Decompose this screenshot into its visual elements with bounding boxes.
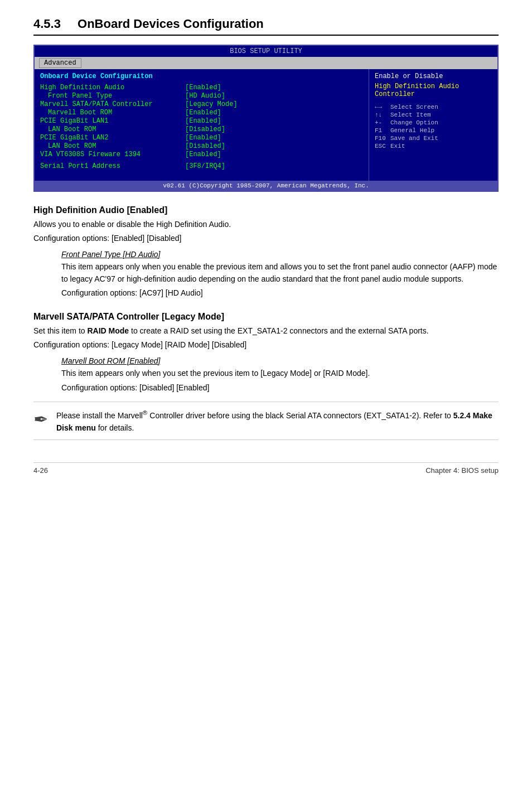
bios-legend-row: ←→Select Screen xyxy=(375,104,492,110)
bios-legend-val: Select Item xyxy=(390,112,431,118)
bios-left-panel: Onboard Device Configuraiton High Defini… xyxy=(35,69,369,181)
bios-item-name: PCIE GigaBit LAN2 xyxy=(40,134,185,142)
section-heading-text: OnBoard Devices Configuration xyxy=(78,17,264,31)
bios-item-value: [Disabled] xyxy=(185,142,225,150)
hda-text2: Configuration options: [Enabled] [Disabl… xyxy=(33,233,499,244)
bios-item-name: PCIE GigaBit LAN1 xyxy=(40,117,185,125)
marvell-sub-text1: This item appears only when you set the … xyxy=(61,368,499,380)
bios-tab-row: Advanced xyxy=(35,57,497,69)
bios-item-row: Serial Port1 Address[3F8/IRQ4] xyxy=(40,162,363,170)
bios-footer: v02.61 (C)Copyright 1985-2007, American … xyxy=(35,181,497,191)
bios-section-header: Onboard Device Configuraiton xyxy=(40,73,363,80)
bios-item-name: LAN Boot ROM xyxy=(40,142,185,150)
note-text-suffix: Controller driver before using the black… xyxy=(147,411,453,420)
marvell-text2: Configuration options: [Legacy Mode] [RA… xyxy=(33,339,499,351)
footer-chapter: Chapter 4: BIOS setup xyxy=(425,466,499,475)
bios-item-row: PCIE GigaBit LAN2[Enabled] xyxy=(40,134,363,142)
hda-sub-text2: Configuration options: [AC97] [HD Audio] xyxy=(61,287,499,299)
bios-item-value: [Enabled] xyxy=(185,134,221,142)
bios-item-row: LAN Boot ROM[Disabled] xyxy=(40,142,363,150)
marvell-sub-text2: Configuration options: [Disabled] [Enabl… xyxy=(61,382,499,394)
bios-items-list: High Definition Audio[Enabled]Front Pane… xyxy=(40,84,363,170)
bios-item-name: LAN Boot ROM xyxy=(40,125,185,133)
bios-legend-key: +- xyxy=(375,119,390,126)
bios-right-header: Enable or Disable xyxy=(375,73,492,80)
hda-text1: Allows you to enable or disable the High… xyxy=(33,219,499,230)
bios-item-name: High Definition Audio xyxy=(40,84,185,91)
bios-legend-row: ↑↓Select Item xyxy=(375,112,492,118)
bios-item-name: Front Panel Type xyxy=(40,92,185,100)
marvell-text1-bold: RAID Mode xyxy=(87,326,129,335)
marvell-heading: Marvell SATA/PATA Controller [Legacy Mod… xyxy=(33,312,499,322)
bios-item-value: [Enabled] xyxy=(185,151,221,158)
bios-legend-key: ←→ xyxy=(375,104,390,110)
marvell-sub-heading: Marvell Boot ROM [Enabled] xyxy=(61,356,499,365)
hda-sub-heading: Front Panel Type [HD Audio] xyxy=(61,250,499,259)
marvell-text1-prefix: Set this item to xyxy=(33,326,87,335)
bios-content: Onboard Device Configuraiton High Defini… xyxy=(35,69,497,181)
bios-item-row: Marvell Boot ROM[Enabled] xyxy=(40,109,363,117)
bios-legend: ←→Select Screen↑↓Select Item+-Change Opt… xyxy=(375,104,492,149)
section-number: 4.5.3 xyxy=(33,17,61,31)
note-text-prefix: Please install the Marvell xyxy=(56,411,143,420)
page-footer: 4-26 Chapter 4: BIOS setup xyxy=(33,462,499,475)
marvell-sub-section: Marvell Boot ROM [Enabled] This item app… xyxy=(61,356,499,394)
bios-item-value: [Disabled] xyxy=(185,125,225,133)
bios-item-row: Marvell SATA/PATA Controller[Legacy Mode… xyxy=(40,100,363,108)
bios-box: BIOS SETUP UTILITY Advanced Onboard Devi… xyxy=(33,45,499,192)
note-text-end: for details. xyxy=(96,423,134,432)
bios-legend-val: Exit xyxy=(390,143,405,149)
bios-item-row: High Definition Audio[Enabled] xyxy=(40,84,363,91)
bios-item-row: Front Panel Type[HD Audio] xyxy=(40,92,363,100)
hda-sub-text1: This item appears only when you enable t… xyxy=(61,261,499,285)
hda-section: High Definition Audio [Enabled] Allows y… xyxy=(33,205,499,299)
bios-item-value: [HD Audio] xyxy=(185,92,225,100)
marvell-text1: Set this item to RAID Mode to create a R… xyxy=(33,325,499,337)
bios-item-value: [Enabled] xyxy=(185,84,221,91)
note-text: Please install the Marvell® Controller d… xyxy=(56,408,499,434)
bios-legend-val: Select Screen xyxy=(390,104,438,110)
footer-page-number: 4-26 xyxy=(33,466,48,475)
bios-item-value: [Enabled] xyxy=(185,109,221,117)
note-box: ✒ Please install the Marvell® Controller… xyxy=(33,402,499,440)
bios-item-name: VIA VT6308S Fireware 1394 xyxy=(40,151,185,158)
bios-legend-row: +-Change Option xyxy=(375,119,492,126)
hda-sub-section: Front Panel Type [HD Audio] This item ap… xyxy=(61,250,499,299)
bios-item-row: PCIE GigaBit LAN1[Enabled] xyxy=(40,117,363,125)
bios-item-name: Serial Port1 Address xyxy=(40,162,185,170)
bios-title-bar: BIOS SETUP UTILITY xyxy=(35,46,497,57)
bios-right-panel: Enable or Disable High Definition AudioC… xyxy=(369,69,497,181)
hda-heading: High Definition Audio [Enabled] xyxy=(33,205,499,215)
note-icon: ✒ xyxy=(33,409,49,430)
bios-title: BIOS SETUP UTILITY xyxy=(230,47,302,55)
bios-legend-row: F10Save and Exit xyxy=(375,135,492,142)
bios-legend-key: F10 xyxy=(375,135,390,142)
bios-item-row: VIA VT6308S Fireware 1394[Enabled] xyxy=(40,151,363,158)
bios-tab-advanced[interactable]: Advanced xyxy=(39,58,81,68)
bios-legend-key: F1 xyxy=(375,127,390,134)
bios-item-name: Marvell SATA/PATA Controller xyxy=(40,100,185,108)
marvell-text1-suffix: to create a RAID set using the EXT_SATA1… xyxy=(129,326,428,335)
bios-legend-val: Change Option xyxy=(390,119,438,126)
section-title: 4.5.3 OnBoard Devices Configuration xyxy=(33,17,499,36)
bios-item-value: [Legacy Mode] xyxy=(185,100,238,108)
bios-legend-row: F1General Help xyxy=(375,127,492,134)
bios-right-desc: High Definition AudioController xyxy=(375,83,492,98)
bios-legend-val: General Help xyxy=(390,127,434,134)
bios-item-value: [3F8/IRQ4] xyxy=(185,162,225,170)
bios-item-value: [Enabled] xyxy=(185,117,221,125)
bios-item-name: Marvell Boot ROM xyxy=(40,109,185,117)
bios-legend-key: ESC xyxy=(375,143,390,149)
bios-item-row: LAN Boot ROM[Disabled] xyxy=(40,125,363,133)
bios-legend-key: ↑↓ xyxy=(375,112,390,118)
bios-legend-row: ESCExit xyxy=(375,143,492,149)
marvell-section: Marvell SATA/PATA Controller [Legacy Mod… xyxy=(33,312,499,440)
bios-legend-val: Save and Exit xyxy=(390,135,438,142)
